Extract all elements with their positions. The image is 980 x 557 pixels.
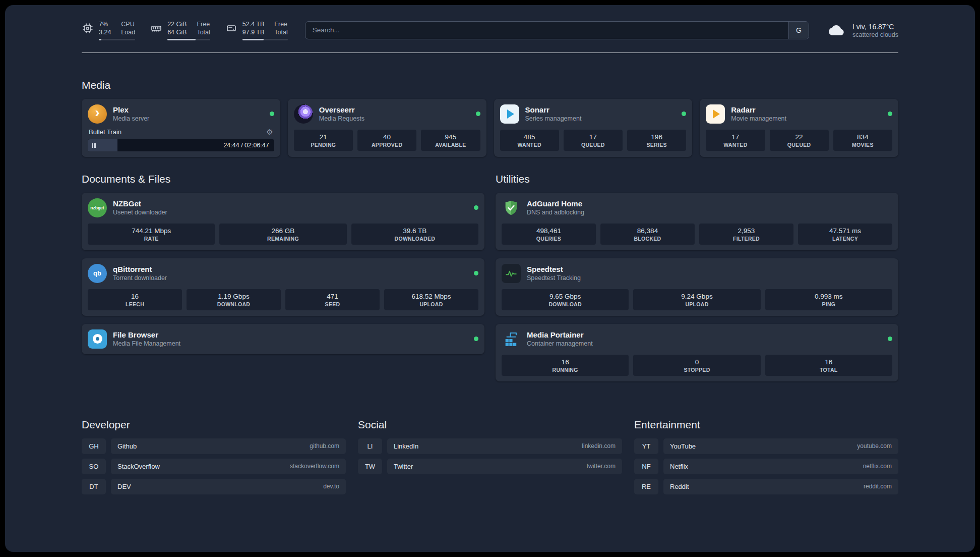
bookmark-linkedin[interactable]: LI LinkedInlinkedin.com bbox=[358, 438, 622, 454]
stat-tile: 618.52 MbpsUPLOAD bbox=[384, 289, 478, 310]
service-card-adguard[interactable]: AdGuard Home DNS and adblocking 498,461Q… bbox=[496, 193, 898, 250]
system-stats: 7% 3.24 CPU Load bbox=[82, 20, 288, 40]
stat-tile: 16RUNNING bbox=[502, 355, 629, 376]
stat-tile: 16LEECH bbox=[88, 289, 182, 310]
stat-tile: 1.19 GbpsDOWNLOAD bbox=[187, 289, 281, 310]
stat-tile: 0STOPPED bbox=[633, 355, 760, 376]
bookmark-dev[interactable]: DT DEVdev.to bbox=[82, 479, 346, 494]
bookmark-abbr: LI bbox=[358, 438, 382, 454]
memory-widget: 22 GiB 64 GiB Free Total bbox=[150, 20, 210, 40]
pause-icon[interactable] bbox=[92, 141, 97, 150]
service-name: Plex bbox=[113, 105, 149, 115]
stat-tile: 945AVAILABLE bbox=[421, 130, 480, 151]
bookmark-netflix[interactable]: NF Netflixnetflix.com bbox=[634, 459, 898, 474]
section-title-developer: Developer bbox=[82, 419, 346, 431]
section-title-social: Social bbox=[358, 419, 622, 431]
service-card-filebrowser[interactable]: File Browser Media File Management bbox=[82, 324, 484, 354]
service-subtitle: Series management bbox=[525, 115, 582, 123]
status-dot bbox=[474, 271, 478, 275]
stat-tile: 498,461QUERIES bbox=[502, 224, 596, 245]
memory-usage-bar bbox=[167, 39, 210, 40]
stat-tile: 47.571 msLATENCY bbox=[798, 224, 892, 245]
cpu-widget: 7% 3.24 CPU Load bbox=[82, 20, 135, 40]
stat-tile: 86,384BLOCKED bbox=[600, 224, 695, 245]
adguard-icon bbox=[502, 198, 521, 217]
service-subtitle: Media Requests bbox=[319, 115, 364, 123]
bookmark-youtube[interactable]: YT YouTubeyoutube.com bbox=[634, 438, 898, 454]
stat-tile: 485WANTED bbox=[500, 130, 559, 151]
service-card-sonarr[interactable]: Sonarr Series management 485WANTED 17QUE… bbox=[494, 99, 693, 157]
plex-icon bbox=[88, 104, 107, 124]
bookmark-github[interactable]: GH Githubgithub.com bbox=[82, 438, 346, 454]
stat-tile: 16TOTAL bbox=[765, 355, 892, 376]
bookmark-url: twitter.com bbox=[587, 463, 616, 470]
bookmark-name: Reddit bbox=[670, 483, 689, 490]
service-subtitle: Media server bbox=[113, 115, 149, 123]
nzbget-icon: nzbget bbox=[88, 198, 107, 217]
status-dot bbox=[682, 112, 686, 116]
bookmark-url: reddit.com bbox=[864, 483, 892, 490]
service-card-qbittorrent[interactable]: qb qBittorrent Torrent downloader 16LEEC… bbox=[82, 258, 484, 316]
memory-free-label: Free bbox=[197, 20, 210, 28]
bookmark-abbr: NF bbox=[634, 459, 658, 474]
bookmark-reddit[interactable]: RE Redditreddit.com bbox=[634, 479, 898, 494]
stat-tile: 22QUEUED bbox=[770, 130, 829, 151]
service-card-radarr[interactable]: Radarr Movie management 17WANTED 22QUEUE… bbox=[700, 99, 898, 157]
bookmark-abbr: DT bbox=[82, 479, 106, 494]
service-subtitle: Usenet downloader bbox=[113, 208, 167, 216]
bookmark-stackoverflow[interactable]: SO StackOverflowstackoverflow.com bbox=[82, 459, 346, 474]
service-card-plex[interactable]: Plex Media server Bullet Train ⚙ bbox=[82, 99, 280, 157]
service-subtitle: Container management bbox=[527, 340, 593, 348]
stat-tile: 17QUEUED bbox=[564, 130, 623, 151]
now-playing-title: Bullet Train bbox=[89, 128, 121, 136]
service-card-nzbget[interactable]: nzbget NZBGet Usenet downloader 744.21 M… bbox=[82, 193, 484, 250]
service-card-portainer[interactable]: Media Portainer Container management 16R… bbox=[496, 324, 898, 381]
filebrowser-icon bbox=[88, 329, 107, 349]
cpu-usage-bar bbox=[99, 39, 135, 40]
bookmark-abbr: TW bbox=[358, 459, 382, 474]
bookmark-twitter[interactable]: TW Twittertwitter.com bbox=[358, 459, 622, 474]
section-title-utilities: Utilities bbox=[496, 173, 898, 185]
service-name: NZBGet bbox=[113, 199, 167, 209]
service-card-overseerr[interactable]: Overseerr Media Requests 21PENDING 40APP… bbox=[288, 99, 486, 157]
bookmark-group-social: Social LI LinkedInlinkedin.com TW Twitte… bbox=[358, 419, 622, 479]
stat-tile: 9.65 GbpsDOWNLOAD bbox=[502, 289, 629, 310]
stat-tile: 744.21 MbpsRATE bbox=[88, 224, 215, 245]
cpu-icon bbox=[82, 22, 94, 34]
memory-icon bbox=[150, 22, 162, 34]
weather-location: Lviv, 16.87°C bbox=[852, 22, 898, 31]
cpu-load-label: Load bbox=[121, 28, 135, 36]
stat-tile: 17WANTED bbox=[706, 130, 765, 151]
bookmark-group-developer: Developer GH Githubgithub.com SO StackOv… bbox=[82, 419, 346, 499]
memory-total-value: 64 GiB bbox=[167, 28, 187, 36]
status-dot bbox=[888, 112, 892, 116]
memory-free-value: 22 GiB bbox=[167, 20, 187, 28]
service-card-speedtest[interactable]: Speedtest Speedtest Tracking 9.65 GbpsDO… bbox=[496, 258, 898, 316]
disk-total-value: 97.9 TB bbox=[242, 28, 265, 36]
cpu-load-value: 3.24 bbox=[99, 28, 111, 36]
playback-progress-bar[interactable]: 24:44 / 02:06:47 bbox=[88, 139, 274, 151]
service-name: AdGuard Home bbox=[527, 199, 584, 209]
bookmark-name: Netflix bbox=[670, 463, 688, 470]
stat-tile: 39.6 TBDOWNLOADED bbox=[351, 224, 478, 245]
service-name: File Browser bbox=[113, 330, 180, 340]
stat-tile: 266 GBREMAINING bbox=[219, 224, 346, 245]
search-provider-button[interactable]: G bbox=[788, 22, 809, 39]
service-subtitle: Torrent downloader bbox=[113, 274, 167, 282]
section-title-entertainment: Entertainment bbox=[634, 419, 898, 431]
service-subtitle: Speedtest Tracking bbox=[527, 274, 581, 282]
speedtest-icon bbox=[502, 264, 521, 283]
section-title-documents: Documents & Files bbox=[82, 173, 484, 185]
overseerr-icon bbox=[294, 104, 313, 124]
section-title-media: Media bbox=[82, 79, 898, 91]
search-input[interactable] bbox=[305, 22, 788, 39]
service-subtitle: Media File Management bbox=[113, 340, 180, 348]
status-dot bbox=[474, 337, 478, 341]
weather-widget: Lviv, 16.87°C scattered clouds bbox=[826, 22, 898, 38]
gear-icon[interactable]: ⚙ bbox=[266, 128, 273, 136]
bookmark-name: DEV bbox=[117, 483, 131, 490]
stat-tile: 196SERIES bbox=[627, 130, 686, 151]
bookmark-url: github.com bbox=[310, 442, 339, 450]
disk-widget: 52.4 TB 97.9 TB Free Total bbox=[225, 20, 288, 40]
bookmark-url: dev.to bbox=[323, 483, 339, 490]
